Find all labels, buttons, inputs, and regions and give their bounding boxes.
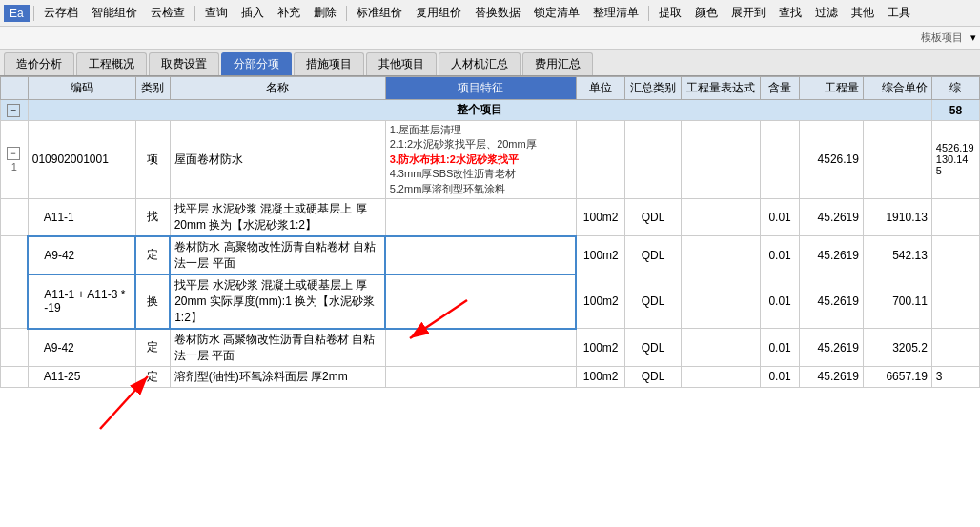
menu-separator-3: [346, 6, 347, 21]
toolbar-template-arrow[interactable]: ▾: [970, 31, 976, 44]
sub-a9-42-1-code: A9-42: [28, 236, 135, 274]
table-row-sub-a11-25: A11-25 定 溶剂型(油性)环氧涂料面层 厚2mm 100m2 QDL 0.…: [1, 366, 980, 387]
sub-a9-42-1-content: 0.01: [761, 236, 800, 274]
menu-item-expand-to[interactable]: 展开到: [725, 3, 771, 23]
sub-a11-25-code: A11-25: [28, 366, 135, 387]
sub-a9-42-2-num: [1, 329, 29, 367]
col-header-total-type: 汇总类别: [625, 77, 682, 100]
sub-a11-1-expr: [681, 198, 760, 236]
sub-a9-42-1-extra: [931, 236, 979, 274]
menu-item-cloud[interactable]: 云存档: [38, 3, 84, 23]
tab-cost-summary[interactable]: 费用汇总: [522, 52, 593, 75]
menu-separator-4: [648, 6, 649, 21]
sub-a9-42-2-unit-price: 3205.2: [863, 329, 931, 367]
menu-item-std-price[interactable]: 标准组价: [351, 3, 408, 23]
main-row-type: 项: [135, 121, 170, 199]
menu-item-other[interactable]: 其他: [846, 3, 880, 23]
sub-a11-25-expr: [681, 366, 760, 387]
main-row-quantity: 4526.19: [800, 121, 864, 199]
table-row-sub-a9-42-2: A9-42 定 卷材防水 高聚物改性沥青自粘卷材 自粘法一层 平面 100m2 …: [1, 329, 980, 367]
sub-a9-42-1-name: 卷材防水 高聚物改性沥青自粘卷材 自粘法一层 平面: [170, 236, 385, 274]
sub-a9-42-2-feature: [385, 329, 576, 367]
sub-a9-42-1-num: [1, 236, 29, 274]
sub-a9-42-2-expr: [681, 329, 760, 367]
sub-a11-25-name: 溶剂型(油性)环氧涂料面层 厚2mm: [170, 366, 385, 387]
expand-icon-whole[interactable]: －: [7, 104, 20, 117]
table-wrapper: 编码 类别 名称 项目特征 单位 汇总类别 工程量表达式 含量 工程量 综合单价…: [0, 76, 980, 527]
sub-combo-unit: 100m2: [576, 274, 624, 329]
menu-item-tools[interactable]: 工具: [882, 3, 916, 23]
menu-item-reuse-price[interactable]: 复用组价: [410, 3, 467, 23]
tab-cost-analysis[interactable]: 造价分析: [4, 52, 74, 75]
col-header-unit: 单位: [576, 77, 624, 100]
tab-measures[interactable]: 措施项目: [294, 52, 364, 75]
col-header-unit-price: 综合单价: [863, 77, 931, 100]
table-row-whole-project: － 整个项目 58: [1, 100, 980, 121]
main-table: 编码 类别 名称 项目特征 单位 汇总类别 工程量表达式 含量 工程量 综合单价…: [0, 76, 980, 388]
sub-a11-1-unit: 100m2: [576, 198, 624, 236]
menu-item-delete[interactable]: 删除: [308, 3, 342, 23]
sub-a9-42-2-extra: [931, 329, 979, 367]
whole-project-label: 整个项目: [28, 100, 931, 121]
sub-a11-25-total-type: QDL: [625, 366, 682, 387]
menu-item-query[interactable]: 查询: [199, 3, 234, 23]
table-row-main-1: － 1 010902001001 项 屋面卷材防水 1.屋面基层清理 2.1:2…: [1, 121, 980, 199]
sub-a11-1-type: 找: [135, 198, 170, 236]
col-header-feature: 项目特征: [385, 77, 576, 100]
menu-item-insert[interactable]: 插入: [235, 3, 270, 23]
menu-separator-2: [194, 6, 195, 21]
menu-item-extract[interactable]: 提取: [653, 3, 687, 23]
tab-fee-settings[interactable]: 取费设置: [149, 52, 219, 75]
sub-combo-extra: [931, 274, 979, 329]
tab-other-items[interactable]: 其他项目: [366, 52, 437, 75]
menu-item-cloud-check[interactable]: 云检查: [145, 3, 191, 23]
menu-item-organize-list[interactable]: 整理清单: [587, 3, 644, 23]
sub-a9-42-1-unit: 100m2: [576, 236, 624, 274]
sub-combo-expr: [681, 274, 760, 329]
sub-a9-42-1-unit-price: 542.13: [863, 236, 931, 274]
menu-item-filter[interactable]: 过滤: [809, 3, 844, 23]
sub-combo-quantity: 45.2619: [800, 274, 864, 329]
sub-a11-1-name: 找平层 水泥砂浆 混凝土或硬基层上 厚20mm 换为【水泥砂浆1:2】: [170, 198, 385, 236]
menu-separator-1: [33, 6, 34, 21]
sub-a11-25-unit: 100m2: [576, 366, 624, 387]
main-row-extra: 4526.19130.145: [931, 121, 979, 199]
toolbar-row: 模板项目 ▾: [0, 27, 980, 50]
sub-a11-25-num: [1, 366, 29, 387]
whole-project-expand[interactable]: －: [1, 100, 29, 121]
main-row-num: － 1: [1, 121, 29, 199]
sub-a9-42-2-quantity: 45.2619: [800, 329, 864, 367]
sub-a11-25-extra: 3: [931, 366, 979, 387]
menu-item-smart-price[interactable]: 智能组价: [86, 3, 143, 23]
sub-a9-42-1-feature: [385, 236, 576, 274]
sub-a11-1-content: 0.01: [761, 198, 800, 236]
main-row-content: [761, 121, 800, 199]
sub-combo-unit-price: 700.11: [863, 274, 931, 329]
menu-item-color[interactable]: 颜色: [689, 3, 724, 23]
main-row-number-label: 1: [11, 161, 17, 172]
sub-a11-1-quantity: 45.2619: [800, 198, 864, 236]
tab-labor-material[interactable]: 人材机汇总: [439, 52, 521, 75]
menu-item-lock-list[interactable]: 锁定清单: [528, 3, 585, 23]
tab-overview[interactable]: 工程概况: [76, 52, 147, 75]
sub-a11-1-extra: [931, 198, 979, 236]
col-header-code: 编码: [28, 77, 135, 100]
menu-item-ea[interactable]: Ea: [4, 5, 30, 22]
col-header-extra: 综: [931, 77, 979, 100]
sub-a11-1-total-type: QDL: [625, 198, 682, 236]
menu-item-find[interactable]: 查找: [773, 3, 807, 23]
menu-item-supplement[interactable]: 补充: [272, 3, 306, 23]
main-expand-icon[interactable]: －: [7, 147, 20, 160]
menu-item-replace-data[interactable]: 替换数据: [469, 3, 526, 23]
sub-a9-42-1-quantity: 45.2619: [800, 236, 864, 274]
table-container[interactable]: 编码 类别 名称 项目特征 单位 汇总类别 工程量表达式 含量 工程量 综合单价…: [0, 76, 980, 527]
col-header-expr: 工程量表达式: [681, 77, 760, 100]
toolbar-template-label: 模板项目: [921, 30, 963, 45]
sub-a11-25-type: 定: [135, 366, 170, 387]
sub-a11-25-feature: [385, 366, 576, 387]
tab-section[interactable]: 分部分项: [221, 52, 292, 75]
table-row-sub-a9-42-1: A9-42 定 卷材防水 高聚物改性沥青自粘卷材 自粘法一层 平面 100m2 …: [1, 236, 980, 274]
sub-combo-feature: [385, 274, 576, 329]
main-row-total-type: [625, 121, 682, 199]
col-header-content: 含量: [761, 77, 800, 100]
